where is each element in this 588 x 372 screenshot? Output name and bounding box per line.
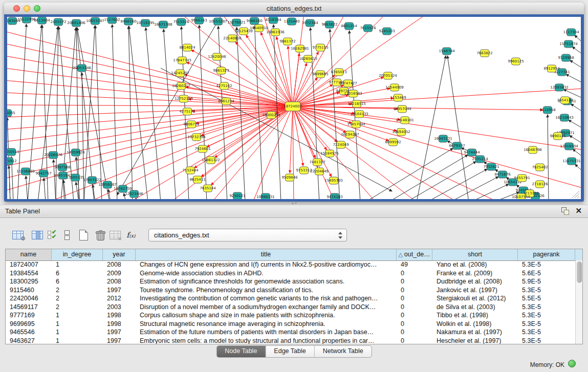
table-cell[interactable]: 22420046: [6, 294, 52, 303]
function-builder-icon[interactable]: f(x): [124, 228, 138, 242]
graph-edge[interactable]: [569, 120, 581, 129]
table-cell[interactable]: Investigating the contribution of common…: [136, 294, 397, 303]
table-cell[interactable]: Changes of HCN gene expression and I(f) …: [136, 260, 397, 269]
table-selector[interactable]: citations_edges.txt: [148, 229, 347, 242]
table-row[interactable]: 969969511998Structural magnetic resonanc…: [6, 320, 575, 329]
table-cell[interactable]: 1: [52, 328, 103, 337]
graph-window-titlebar[interactable]: citations_edges.txt: [4, 3, 584, 15]
scrollbar-thumb[interactable]: [577, 261, 582, 283]
row-height-icon[interactable]: [60, 228, 74, 242]
table-cell[interactable]: Structural magnetic resonance image aver…: [136, 320, 397, 329]
table-cell[interactable]: Corpus callosum shape and size in male p…: [136, 311, 397, 320]
table-cell[interactable]: 1: [52, 311, 103, 320]
graph-edge[interactable]: [573, 149, 581, 158]
graph-edge[interactable]: [212, 106, 293, 199]
graph-edge[interactable]: [293, 106, 543, 110]
graph-edge[interactable]: [246, 35, 293, 106]
table-cell[interactable]: 5.3E-5: [518, 328, 575, 337]
graph-edge[interactable]: [95, 26, 102, 199]
memory-status-icon[interactable]: [568, 360, 576, 367]
graph-edge[interactable]: [290, 106, 293, 173]
table-cell[interactable]: 1998: [103, 311, 136, 320]
table-cell[interactable]: Estimation of significance thresholds fo…: [136, 277, 397, 286]
table-row[interactable]: 1456911722003Disruption of a novel membe…: [6, 303, 575, 312]
table-cell[interactable]: 1998: [103, 320, 136, 329]
tab-network-table[interactable]: Network Table: [315, 346, 372, 357]
table-cell[interactable]: 2003: [103, 303, 136, 312]
resize-grip-icon[interactable]: [572, 191, 579, 198]
graph-edge[interactable]: [7, 106, 293, 191]
table-cell[interactable]: 0: [397, 320, 432, 329]
table-cell[interactable]: 0: [397, 286, 432, 295]
column-header-name[interactable]: name: [6, 249, 52, 260]
column-header-pagerank[interactable]: pagerank: [518, 249, 575, 260]
graph-edge[interactable]: [575, 164, 581, 172]
table-cell[interactable]: Tourette syndrome. Phenomenology and cla…: [136, 286, 397, 295]
table-cell[interactable]: Hescheler et al. (1997): [432, 337, 518, 345]
table-cell[interactable]: Disruption of a novel member of a sodium…: [136, 303, 397, 312]
table-cell[interactable]: 0: [397, 303, 432, 312]
graph-edge[interactable]: [293, 106, 326, 150]
graph-edge[interactable]: [447, 56, 469, 199]
graph-edge[interactable]: [146, 28, 161, 199]
tab-node-table[interactable]: Node Table: [216, 346, 266, 357]
table-cell[interactable]: Genome-wide association studies in ADHD.: [136, 269, 397, 278]
table-cell[interactable]: 1: [52, 320, 103, 329]
table-row[interactable]: 1872400712008Changes of HCN gene express…: [6, 260, 575, 269]
table-row[interactable]: 946362711997Embryonic stem cells: a mode…: [6, 337, 575, 345]
table-cell[interactable]: Estimation of the future numbers of pati…: [136, 328, 397, 337]
graph-edge[interactable]: [218, 26, 227, 199]
graph-edge[interactable]: [365, 148, 453, 199]
table-cell[interactable]: 18300295: [6, 277, 52, 286]
table-cell[interactable]: 1: [52, 260, 103, 269]
table-cell[interactable]: 5.9E-5: [518, 277, 575, 286]
graph-edge[interactable]: [164, 29, 176, 199]
column-settings-icon[interactable]: [31, 228, 44, 242]
graph-edge[interactable]: [201, 106, 293, 136]
table-cell[interactable]: 5.3E-5: [518, 311, 575, 320]
table-cell[interactable]: 6: [52, 277, 103, 286]
table-cell[interactable]: 9777169: [6, 311, 52, 320]
graph-edge[interactable]: [44, 178, 46, 199]
table-cell[interactable]: 18724007: [6, 260, 52, 269]
table-cell[interactable]: Embryonic stem cells: a model to study s…: [136, 337, 397, 345]
graph-edge[interactable]: [572, 47, 581, 55]
table-settings-icon[interactable]: ⚙: [11, 228, 25, 242]
network-canvas[interactable]: 8183044151224968613004240557220691406106…: [7, 17, 581, 199]
graph-edge[interactable]: [330, 29, 340, 199]
table-cell[interactable]: Yano et al. (2008): [432, 260, 518, 269]
graph-edge[interactable]: [293, 106, 318, 167]
select-columns-icon[interactable]: ✔✔: [45, 228, 58, 242]
vertical-scrollbar[interactable]: [575, 260, 582, 344]
table-cell[interactable]: Stergiakouli et al. (2012): [432, 294, 518, 303]
graph-edge[interactable]: [293, 106, 352, 123]
graph-edge[interactable]: [7, 106, 293, 179]
table-cell[interactable]: Franke et al. (2009): [432, 269, 518, 278]
graph-edge[interactable]: [7, 106, 293, 154]
table-cell[interactable]: 0: [397, 269, 432, 278]
table-cell[interactable]: Tibbo et al. (1998): [432, 311, 518, 320]
graph-edge[interactable]: [84, 26, 95, 199]
table-row[interactable]: 1830029562008Estimation of significance …: [6, 277, 575, 286]
graph-edge[interactable]: [566, 74, 581, 83]
column-header-short[interactable]: short: [432, 249, 518, 260]
table-row[interactable]: 1938455462009Genome-wide association stu…: [6, 269, 575, 278]
table-cell[interactable]: Jankovic et al. (1997): [432, 286, 518, 295]
table-cell[interactable]: 6: [52, 269, 103, 278]
table-cell[interactable]: 5.3E-5: [518, 320, 575, 329]
table-cell[interactable]: 0: [397, 294, 432, 303]
graph-edge[interactable]: [7, 106, 293, 129]
table-cell[interactable]: 1997: [103, 337, 136, 345]
graph-edge[interactable]: [571, 104, 581, 113]
table-cell[interactable]: Dudbridge et al. (2008): [432, 277, 518, 286]
table-cell[interactable]: 9463627: [6, 337, 52, 345]
column-header-in_degree[interactable]: in_degree: [52, 249, 103, 260]
graph-edge[interactable]: [450, 177, 498, 199]
table-cell[interactable]: 5.6E-5: [518, 269, 575, 278]
table-cell[interactable]: 5.3E-5: [518, 337, 575, 345]
graph-edge[interactable]: [112, 25, 117, 199]
table-row[interactable]: 946554611997Estimation of the future num…: [6, 328, 575, 337]
delete-table-icon[interactable]: [94, 228, 107, 242]
graph-edge[interactable]: [77, 28, 94, 199]
table-cell[interactable]: de Silva et al. (2003): [432, 303, 518, 312]
